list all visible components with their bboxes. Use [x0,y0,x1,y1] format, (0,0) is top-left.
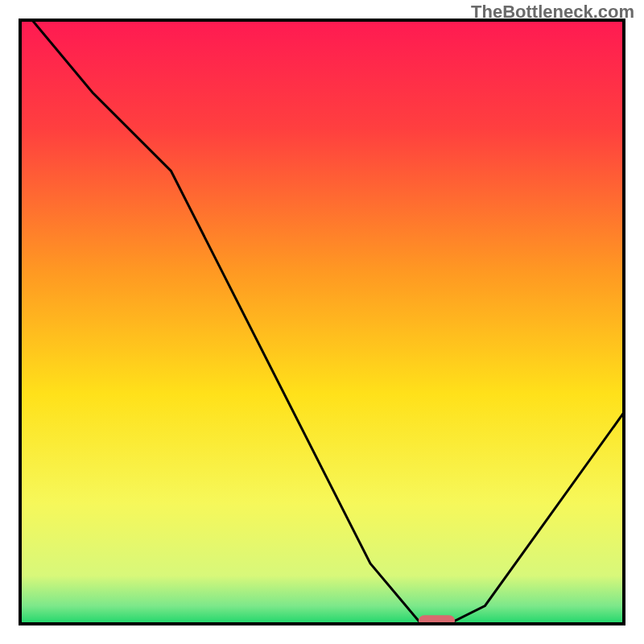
chart-container: TheBottleneck.com [0,0,644,644]
watermark-text: TheBottleneck.com [471,2,634,23]
bottleneck-chart [0,0,644,644]
